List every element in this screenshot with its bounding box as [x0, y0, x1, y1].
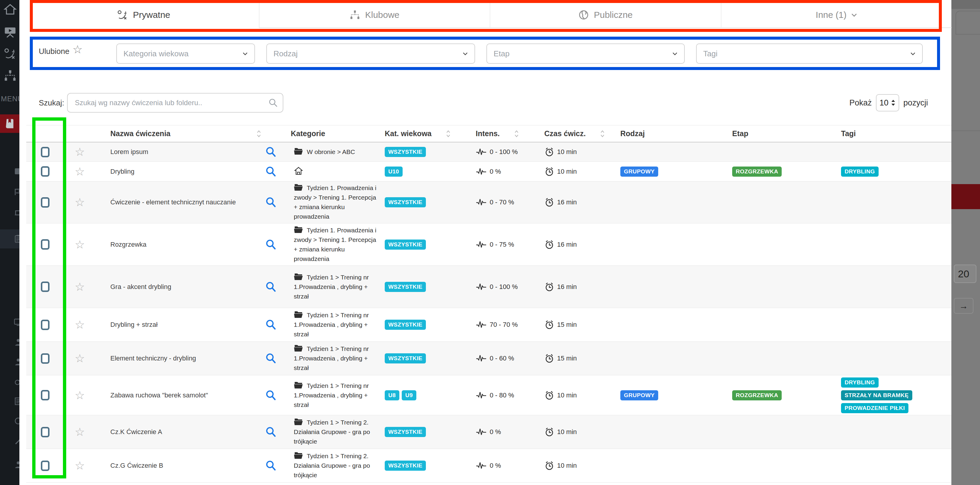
row-checkbox[interactable]: [41, 461, 49, 471]
row-checkbox[interactable]: [41, 166, 49, 177]
row-checkbox[interactable]: [41, 353, 49, 364]
favorite-star-icon[interactable]: ☆: [64, 281, 95, 293]
header-age[interactable]: Kat. wiekowa: [382, 129, 473, 138]
table-row[interactable]: ☆Lorem ipsum W obronie > ABCWSZYSTKIE0 -…: [26, 143, 951, 162]
header-stage: Etap: [729, 129, 838, 138]
clock-icon: [544, 353, 554, 363]
preview-magnifier-icon[interactable]: [266, 166, 288, 177]
favorite-star-icon[interactable]: ☆: [64, 239, 95, 250]
intensity-cell: 70 - 70 %: [473, 320, 541, 329]
preview-magnifier-icon[interactable]: [266, 282, 288, 292]
magnifier-icon: [266, 197, 276, 208]
favorite-star-icon[interactable]: ☆: [64, 353, 95, 364]
table-row[interactable]: ☆Rozgrzewka Tydzien 1. Prowadzenia i zwo…: [26, 223, 951, 266]
table-row[interactable]: ☆Cz.G Ćwiczenie B Tydzien 1 > Trening 2.…: [26, 449, 951, 483]
dropdown-rodzaj[interactable]: Rodzaj: [266, 43, 475, 64]
intensity-pulse-icon: [476, 391, 487, 400]
sidebar-clipboard-icon[interactable]: [14, 234, 19, 244]
sidebar-presentation-icon[interactable]: [3, 25, 17, 38]
row-checkbox[interactable]: [41, 239, 49, 250]
intensity-value: 0 %: [490, 462, 501, 469]
intensity-value: 0 - 100 %: [490, 283, 518, 291]
sidebar-circle-icon[interactable]: [14, 417, 19, 426]
magnifier-icon: [266, 319, 276, 330]
sidebar-item-active[interactable]: [0, 114, 19, 133]
category-text: Tydzien 1 > Trening nr 1.Prowadzenia , d…: [294, 382, 369, 408]
magnifier-icon: [266, 426, 276, 437]
table-row[interactable]: ☆Zabawa ruchowa "berek samolot" Tydzien …: [26, 376, 951, 415]
preview-magnifier-icon[interactable]: [266, 147, 288, 157]
sidebar-pencil-icon[interactable]: [14, 436, 19, 446]
exercise-name: Rozgrzewka: [95, 241, 266, 249]
magnifier-icon: [266, 353, 276, 364]
header-intensity[interactable]: Intens.: [473, 129, 541, 138]
header-time[interactable]: Czas ćwicz.: [541, 129, 617, 138]
table-row[interactable]: ☆Cz.K Ćwiczenie A Tydzien 1 > Trening 2.…: [26, 415, 951, 449]
preview-magnifier-icon[interactable]: [266, 390, 288, 401]
tab-prywatne[interactable]: Prywatne: [28, 2, 259, 28]
preview-magnifier-icon[interactable]: [266, 460, 288, 471]
sidebar-club-icon[interactable]: [3, 69, 17, 82]
sidebar-person-icon[interactable]: [14, 338, 19, 348]
sidebar-icon[interactable]: [14, 209, 19, 219]
dropdown-etap[interactable]: Etap: [487, 43, 685, 64]
tab-inne[interactable]: Inne (1): [721, 2, 952, 28]
favorite-star-icon[interactable]: ☆: [64, 166, 95, 177]
search-input[interactable]: [67, 93, 283, 113]
badge: WSZYSTKIE: [385, 239, 426, 250]
sidebar-person-icon[interactable]: [14, 460, 19, 471]
table-row[interactable]: ☆Element techniczny - drybling Tydzien 1…: [26, 342, 951, 376]
favorite-star-icon[interactable]: ☆: [64, 390, 95, 401]
preview-magnifier-icon[interactable]: [266, 197, 288, 208]
favorites-star-icon[interactable]: ☆: [72, 44, 83, 55]
favorite-star-icon[interactable]: ☆: [64, 197, 95, 208]
sidebar-list-icon[interactable]: [14, 397, 19, 407]
favorite-star-icon[interactable]: ☆: [64, 319, 95, 330]
sidebar-monitor-icon[interactable]: [14, 318, 19, 328]
header-name[interactable]: Nazwa ćwiczenia: [95, 129, 266, 138]
sidebar-home-icon[interactable]: [3, 3, 17, 16]
dropdown-placeholder: Kategoria wiekowa: [124, 49, 188, 59]
dropdown-kategoria-wiekowa[interactable]: Kategoria wiekowa: [116, 43, 255, 64]
category-path: W obronie > ABC: [288, 147, 382, 157]
row-checkbox[interactable]: [41, 147, 49, 157]
sidebar-icon[interactable]: [14, 167, 19, 177]
exercise-name: Zabawa ruchowa "berek samolot": [95, 391, 266, 399]
row-checkbox[interactable]: [41, 320, 49, 330]
sort-icon[interactable]: [256, 129, 261, 138]
tab-publiczne[interactable]: Publiczne: [490, 2, 721, 28]
sidebar-person-icon[interactable]: [14, 358, 19, 368]
preview-magnifier-icon[interactable]: [266, 239, 288, 250]
sidebar-tactics-icon[interactable]: [3, 47, 17, 60]
favorite-star-icon[interactable]: ☆: [64, 460, 95, 471]
sort-icon[interactable]: [600, 129, 605, 138]
tab-klubowe[interactable]: Klubowe: [259, 2, 490, 28]
table-row[interactable]: ☆Drybling + strzał Tydzien 1 > Trening n…: [26, 308, 951, 342]
row-checkbox[interactable]: [41, 390, 49, 400]
table-row[interactable]: ☆Drybling U100 %10 minGRUPOWYROZGRZEWKAD…: [26, 162, 951, 181]
table-row[interactable]: ☆Gra - akcent drybling Tydzien 1 > Treni…: [26, 266, 951, 308]
folder-icon: [294, 184, 303, 192]
sort-icon[interactable]: [446, 129, 451, 138]
preview-magnifier-icon[interactable]: [266, 426, 288, 437]
age-category-cell: WSZYSTKIE: [382, 282, 473, 292]
sidebar-icon[interactable]: [14, 188, 19, 198]
row-checkbox[interactable]: [41, 197, 49, 208]
favorite-star-icon[interactable]: ☆: [64, 426, 95, 437]
badge: STRZAŁY NA BRAMKĘ: [841, 390, 912, 400]
badge: U8: [385, 390, 399, 400]
sort-icon[interactable]: [514, 129, 519, 138]
preview-magnifier-icon[interactable]: [266, 319, 288, 330]
row-checkbox[interactable]: [41, 282, 49, 292]
table-row[interactable]: ☆Ćwiczenie - element technicznyt nauczan…: [26, 181, 951, 223]
intensity-pulse-icon: [476, 428, 487, 436]
dropdown-tagi[interactable]: Tagi: [696, 43, 923, 64]
category-text: Tydzien 1 > Trening nr 1.Prowadzenia , d…: [294, 345, 369, 371]
folder-icon: [294, 381, 303, 389]
preview-magnifier-icon[interactable]: [266, 353, 288, 364]
page-size-stepper[interactable]: 10: [876, 94, 899, 111]
favorite-star-icon[interactable]: ☆: [64, 146, 95, 158]
sidebar-whistle-icon[interactable]: [14, 377, 19, 387]
row-checkbox[interactable]: [41, 427, 49, 437]
chevron-down-icon: [463, 52, 468, 55]
